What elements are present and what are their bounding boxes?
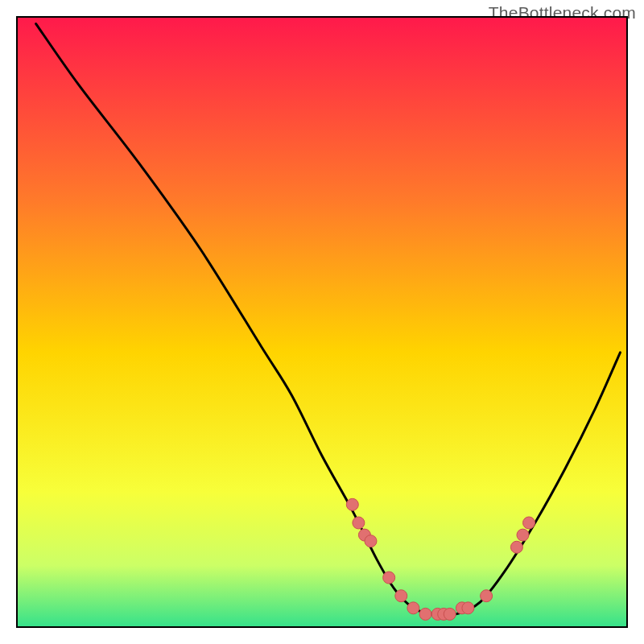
highlight-dots bbox=[346, 498, 535, 620]
highlight-dot bbox=[517, 529, 529, 541]
highlight-dot bbox=[523, 517, 535, 529]
plot-svg bbox=[18, 18, 626, 626]
highlight-dot bbox=[365, 535, 377, 547]
highlight-dot bbox=[510, 541, 522, 553]
highlight-dot bbox=[419, 608, 431, 620]
highlight-dot bbox=[481, 590, 493, 602]
highlight-dot bbox=[346, 498, 358, 510]
highlight-dot bbox=[462, 602, 474, 614]
plot-area bbox=[16, 16, 628, 628]
highlight-dot bbox=[395, 590, 407, 602]
highlight-dot bbox=[383, 572, 395, 584]
highlight-dot bbox=[407, 602, 419, 614]
chart-stage: TheBottleneck.com bbox=[0, 0, 644, 644]
highlight-dot bbox=[353, 517, 365, 529]
highlight-dot bbox=[444, 608, 456, 620]
